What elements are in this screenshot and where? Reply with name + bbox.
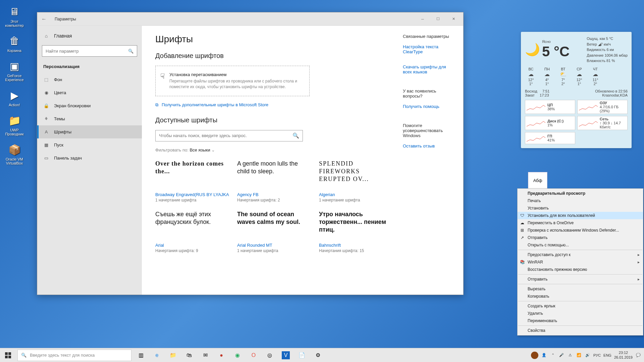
filter-row[interactable]: Фильтровать по: Все языки ⌄	[155, 147, 393, 153]
taskbar-search[interactable]: 🔍 Введите здесь текст для поиска	[17, 350, 131, 361]
context-menu-item[interactable]: Предоставить доступ к	[518, 251, 643, 258]
minimize-button[interactable]: ─	[415, 12, 430, 26]
settings-icon[interactable]: ⚙	[310, 348, 326, 362]
explorer-icon[interactable]: 📁	[165, 348, 181, 362]
opera-icon[interactable]: O	[246, 348, 262, 362]
weather-stats: Ощущ. как 5 °C Ветер ◢7 км/ч Видимость 6…	[587, 36, 628, 64]
font-card[interactable]: Съешь же ещё этих французских булок.Aria…	[155, 210, 229, 253]
context-menu-item[interactable]: Отправить	[518, 276, 643, 283]
chrome-icon[interactable]: ◎	[262, 348, 278, 362]
desktop-icon[interactable]: 📁UWP Проводник	[3, 114, 26, 136]
sidebar-item-label: Экран блокировки	[54, 103, 91, 108]
keyboard-indicator[interactable]: ENG	[603, 353, 611, 357]
forecast-day: ВТ⛅7°2°	[557, 67, 569, 86]
font-variants: 1 начертание шрифта	[155, 198, 229, 202]
task-view-button[interactable]: ▥	[133, 348, 149, 362]
desktop-icon[interactable]: 🖥Этот компьютер	[3, 5, 26, 27]
sidebar-search-input[interactable]	[46, 49, 128, 54]
sidebar-item[interactable]: ◉Цвета	[37, 86, 142, 99]
context-menu-item[interactable]: Открыть с помощью...	[518, 241, 643, 249]
sidebar-item-label: Панель задач	[54, 156, 82, 161]
store-link[interactable]: ⧉ Получить дополнительные шрифты в Micro…	[155, 102, 393, 108]
font-search[interactable]: 🔍	[155, 130, 303, 141]
font-card[interactable]: Утро началось торжественн... пением птиц…	[319, 210, 393, 253]
back-button[interactable]: ←	[39, 16, 49, 22]
mail-icon[interactable]: ✉	[197, 348, 213, 362]
font-card[interactable]: SPLENDID FIREWORKS ERUPTED OV...Algerian…	[319, 160, 393, 202]
menu-item-label: Печать	[528, 198, 541, 203]
people-icon[interactable]: 👤	[541, 353, 547, 357]
menu-item-label: Переместить в OneDrive	[528, 221, 574, 225]
context-menu-item[interactable]: 📚WinRAR	[518, 258, 643, 266]
context-menu-item[interactable]: Установить	[518, 204, 643, 212]
clock-time: 23:12	[614, 351, 633, 355]
sidebar-item[interactable]: AШрифты	[37, 125, 142, 138]
notifications-icon[interactable]: 💬	[635, 353, 641, 357]
edge-icon[interactable]: e	[149, 348, 165, 362]
desktop-icon[interactable]: 🗑Корзина	[3, 34, 26, 53]
context-menu-item[interactable]: ↗Отправить	[518, 234, 643, 241]
menu-item-label: Открыть с помощью...	[528, 243, 569, 247]
context-menu-item[interactable]: Переименовать	[518, 317, 643, 324]
maximize-button[interactable]: ☐	[430, 12, 446, 26]
font-card[interactable]: Over the horizon comes the...Broadway En…	[155, 160, 229, 202]
font-variants: Начертания шрифта: 9	[155, 248, 229, 253]
font-variants: Начертания шрифта: 15	[319, 248, 393, 253]
font-search-input[interactable]	[159, 133, 292, 138]
font-file-icon[interactable]: Абф	[528, 172, 547, 189]
font-dropzone[interactable]: ☟ Установка перетаскиванием Перетащите ф…	[155, 66, 310, 96]
cleartype-link[interactable]: Настройка текста ClearType	[403, 44, 450, 62]
app-icon[interactable]: V	[282, 351, 290, 359]
context-menu-item[interactable]: Печать	[518, 197, 643, 204]
chevron-down-icon: ⌄	[211, 147, 215, 153]
context-menu-item[interactable]: Удалить	[518, 310, 643, 317]
context-menu-item[interactable]: ☁Переместить в OneDrive	[518, 219, 643, 227]
nav-icon: ⬚	[43, 77, 49, 82]
sidebar-item-label: Шрифты	[54, 129, 71, 134]
sidebar-item[interactable]: ▭Панель задач	[37, 152, 142, 165]
sidebar-item[interactable]: ⚘Темы	[37, 112, 142, 125]
help-link[interactable]: Получить помощь	[403, 104, 450, 116]
nav-icon: ⚘	[43, 116, 49, 121]
sidebar-home[interactable]: ⌂ Главная	[37, 29, 142, 43]
warning-icon[interactable]: ⚠	[567, 353, 573, 357]
start-button[interactable]	[0, 348, 16, 362]
app-icon: 📁	[8, 114, 21, 127]
forecast-row: ВС☁12°1°ПН☁4°1°ВТ⛅7°2°СР☁12°1°ЧТ☁11°2°	[525, 67, 628, 86]
app-icon[interactable]: ●	[213, 348, 229, 362]
lang-indicator[interactable]: РУС	[593, 353, 601, 357]
user-icon[interactable]	[531, 352, 538, 359]
app-icon[interactable]: ◉	[229, 348, 246, 362]
desktop-icon[interactable]: ▣GeForce Experience	[3, 59, 26, 82]
context-menu-item[interactable]: Создать ярлык	[518, 302, 643, 310]
context-menu-item[interactable]: Свойства	[518, 327, 643, 334]
context-menu-item[interactable]: Вырезать	[518, 285, 643, 293]
font-variants: 1 начертание шрифта	[319, 198, 393, 202]
system-meter: Сеть↑ 30.9 ↓ 14.7 Кбит/с	[577, 116, 628, 130]
desktop-icon[interactable]: 📦Oracle VM VirtualBox	[3, 143, 26, 165]
context-menu-item[interactable]: 🛡Установить для всех пользователей	[518, 212, 643, 219]
context-menu-item[interactable]: Восстановить прежнюю версию	[518, 266, 643, 273]
chevron-up-icon[interactable]: ⌃	[550, 353, 556, 357]
sidebar-item[interactable]: ▦Пуск	[37, 138, 142, 152]
desktop-icon[interactable]: ▶Action!	[3, 88, 26, 107]
sidebar-search[interactable]: 🔍	[42, 45, 137, 57]
taskbar-clock[interactable]: 23:12 26.01.2019	[614, 351, 633, 359]
sidebar-item[interactable]: 🔒Экран блокировки	[37, 99, 142, 112]
volume-icon[interactable]: 🔊	[585, 353, 591, 357]
feedback-link[interactable]: Оставить отзыв	[403, 143, 450, 156]
context-menu-item[interactable]: Предварительный просмотр	[518, 190, 643, 197]
close-button[interactable]: ✕	[446, 12, 461, 26]
network-icon[interactable]: 📶	[576, 353, 582, 357]
mic-icon[interactable]: 🎤	[558, 353, 565, 357]
notepad-icon[interactable]: 📄	[294, 348, 310, 362]
sidebar-item[interactable]: ⬚Фон	[37, 73, 142, 86]
download-fonts-link[interactable]: Скачать шрифты для всех языков	[403, 64, 450, 82]
context-menu-item[interactable]: ⊞Проверка с использованием Windows Defen…	[518, 227, 643, 234]
context-menu-item[interactable]: Копировать	[518, 293, 643, 300]
font-card[interactable]: The sound of ocean waves calms my soul.A…	[237, 210, 311, 253]
store-icon[interactable]: 🛍	[181, 348, 197, 362]
font-name: Arial Rounded MT	[237, 243, 311, 248]
font-card[interactable]: A gentle moon lulls the child to sleep.A…	[237, 160, 311, 202]
desktop-icon-label: Action!	[9, 103, 20, 107]
